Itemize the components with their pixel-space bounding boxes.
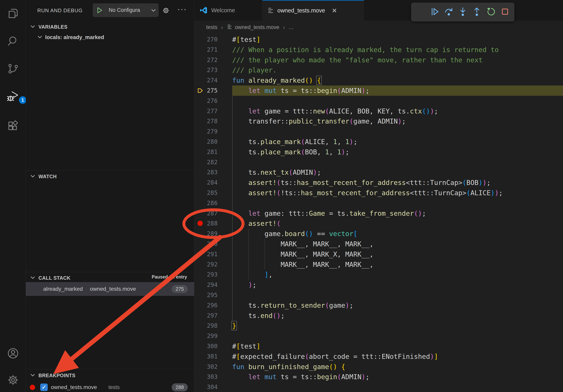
code-line-291[interactable]: 291 MARK__, MARK_X, MARK__, xyxy=(194,249,563,259)
breakpoint-checkbox[interactable]: ✓ xyxy=(40,383,48,391)
code-line-302[interactable]: 302fun burn_unfinished_game() { xyxy=(194,362,563,372)
more-actions-icon[interactable]: ··· xyxy=(177,4,187,14)
code-token: end xyxy=(260,312,272,320)
code-line-284[interactable]: 284 assert!(ts::has_most_recent_for_addr… xyxy=(194,177,563,188)
code-line-293[interactable]: 293 ], xyxy=(194,269,563,280)
search-icon[interactable] xyxy=(7,35,19,47)
code-line-281[interactable]: 281 ts.place_mark(BOB, 1, 1); xyxy=(194,147,563,157)
code-line-278[interactable]: 278 transfer::public_transfer(game, ADMI… xyxy=(194,116,563,126)
step-out-button[interactable] xyxy=(472,7,482,17)
code-line-276[interactable]: 276 xyxy=(194,96,563,106)
launch-config-dropdown[interactable]: No Configura xyxy=(93,3,159,17)
code-token: { xyxy=(317,76,321,84)
breadcrumb-symbol[interactable]: … xyxy=(288,24,294,30)
code-line-286[interactable]: 286 xyxy=(194,198,563,208)
code-line-295[interactable]: 295 xyxy=(194,290,563,300)
code-line-271[interactable]: 271/// When a position is already marked… xyxy=(194,45,563,55)
code-token: BOB xyxy=(466,179,478,186)
code-line-270[interactable]: 270#[test] xyxy=(194,34,563,45)
code-token: ( xyxy=(277,179,281,186)
source-control-icon[interactable] xyxy=(7,63,19,75)
code-token: ) xyxy=(430,353,434,360)
settings-gear-icon[interactable] xyxy=(7,374,19,386)
step-over-button[interactable] xyxy=(444,7,454,17)
code-line-274[interactable]: 274fun already_marked() { xyxy=(194,75,563,85)
code-line-299[interactable]: 299 xyxy=(194,331,563,341)
line-number: 292 xyxy=(194,259,218,270)
code-line-273[interactable]: 273/// player. xyxy=(194,65,563,75)
code-token: () xyxy=(305,76,313,84)
restart-button[interactable] xyxy=(486,7,496,17)
stop-button[interactable] xyxy=(500,7,510,17)
code-line-304[interactable]: 304 xyxy=(194,382,563,392)
close-icon[interactable]: ✕ xyxy=(332,7,337,14)
run-and-debug-icon[interactable]: 1 xyxy=(7,91,19,102)
code-line-298[interactable]: 298} xyxy=(194,321,563,331)
code-text: let mut ts = ts::begin(ADMIN); xyxy=(232,85,370,96)
breadcrumb-dir[interactable]: tests xyxy=(206,24,218,30)
code-line-272[interactable]: 272/// the player who made the "false" m… xyxy=(194,55,563,65)
variables-section-header[interactable]: VARIABLES xyxy=(26,22,194,32)
code-token: <ttt::TurnCap> xyxy=(410,189,467,197)
debug-settings-gear-icon[interactable] xyxy=(162,7,170,14)
code-line-287[interactable]: 287 let game: ttt::Game = ts.take_from_s… xyxy=(194,208,563,219)
locals-label: locals: already_marked xyxy=(45,34,104,40)
code-line-289[interactable]: 289 game.board() == vector[ xyxy=(194,229,563,239)
code-line-288[interactable]: 288 assert!( xyxy=(194,218,563,229)
account-icon[interactable] xyxy=(7,347,19,359)
breakpoints-section-header[interactable]: BREAKPOINTS xyxy=(26,371,194,380)
explorer-icon[interactable] xyxy=(7,8,19,19)
tab-welcome[interactable]: Welcome xyxy=(194,0,262,21)
tab-owned-tests-move[interactable]: owned_tests.move ✕ xyxy=(262,0,364,21)
line-number: 295 xyxy=(194,290,218,300)
code-token: ; xyxy=(252,281,256,289)
code-line-280[interactable]: 280 ts.place_mark(ALICE, 1, 1); xyxy=(194,137,563,147)
code-token: assert! xyxy=(248,189,277,197)
code-line-294[interactable]: 294 ); xyxy=(194,280,563,290)
code-token: ) xyxy=(483,179,486,186)
code-token: test xyxy=(240,342,256,350)
code-line-283[interactable]: 283 ts.next_tx(ADMIN); xyxy=(194,167,563,177)
code-token: ( xyxy=(462,179,466,186)
line-number: 277 xyxy=(194,106,218,116)
code-token: ( xyxy=(325,301,329,309)
code-line-277[interactable]: 277 let game = ttt::new(ALICE, BOB, KEY,… xyxy=(194,106,563,116)
code-token: ; xyxy=(353,138,357,146)
drag-grip-icon[interactable] xyxy=(416,7,425,17)
watch-section-header[interactable]: WATCH xyxy=(26,172,194,181)
code-token: vector xyxy=(329,230,353,238)
line-number: 270 xyxy=(194,34,218,45)
code-line-282[interactable]: 282 xyxy=(194,157,563,167)
code-token: # xyxy=(232,342,236,350)
variables-locals-row[interactable]: locals: already_marked xyxy=(37,34,104,41)
code-line-301[interactable]: 301#[expected_failure(abort_code = ttt::… xyxy=(194,351,563,362)
code-line-279[interactable]: 279 xyxy=(194,126,563,137)
code-line-300[interactable]: 300#[test] xyxy=(194,341,563,351)
code-line-297[interactable]: 297 ts.end(); xyxy=(194,311,563,321)
code-line-296[interactable]: 296 ts.return_to_sender(game); xyxy=(194,300,563,311)
code-token: ) xyxy=(361,373,365,381)
code-token: fun xyxy=(232,76,248,84)
code-line-285[interactable]: 285 assert!(!ts::has_most_recent_for_add… xyxy=(194,188,563,198)
breakpoint-dir: tests xyxy=(108,384,120,391)
code-editor[interactable]: 270#[test]271/// When a position is alre… xyxy=(194,34,563,392)
line-number: 291 xyxy=(194,249,218,259)
extensions-icon[interactable] xyxy=(7,120,19,132)
code-token: ts:: xyxy=(281,179,297,186)
breakpoint-list-item[interactable]: ✓ owned_tests.move tests 288 xyxy=(26,382,194,392)
code-token: burn_unfinished_game xyxy=(248,363,329,371)
code-line-303[interactable]: 303 let mut ts = ts::begin(ADMIN); xyxy=(194,372,563,382)
code-line-290[interactable]: 290 MARK__, MARK__, MARK__, xyxy=(194,239,563,249)
breadcrumb-file[interactable]: owned_tests.move xyxy=(235,24,279,30)
code-token: game = ttt:: xyxy=(260,107,313,115)
start-debug-icon[interactable] xyxy=(95,6,103,14)
code-text: ts.place_mark(ALICE, 1, 1); xyxy=(232,137,358,147)
frame-name: already_marked xyxy=(43,286,83,292)
continue-button[interactable] xyxy=(430,7,440,17)
step-into-button[interactable] xyxy=(458,7,468,17)
code-text: let game = ttt::new(ALICE, BOB, KEY, ts.… xyxy=(232,106,438,116)
code-token: ; xyxy=(366,87,370,94)
code-line-275[interactable]: 275 let mut ts = ts::begin(ADMIN); xyxy=(194,85,563,96)
call-stack-frame-row[interactable]: already_marked owned_tests.move 275 xyxy=(26,282,194,296)
code-line-292[interactable]: 292 MARK__, MARK__, MARK__, xyxy=(194,259,563,270)
